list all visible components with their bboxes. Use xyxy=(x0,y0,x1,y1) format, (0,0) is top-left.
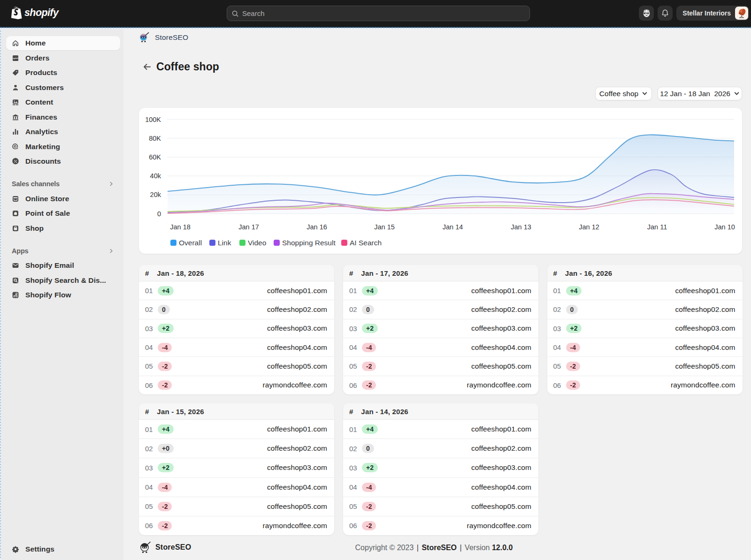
svg-text:Jan 16: Jan 16 xyxy=(307,223,327,231)
svg-text:Jan 12: Jan 12 xyxy=(579,223,599,231)
svg-text:Link: Link xyxy=(218,239,231,247)
svg-text:Jan 15: Jan 15 xyxy=(374,223,395,231)
svg-text:80K: 80K xyxy=(149,135,161,142)
svg-text:Jan 13: Jan 13 xyxy=(511,223,531,231)
svg-text:100K: 100K xyxy=(145,116,161,123)
svg-text:Shopping Result: Shopping Result xyxy=(282,239,336,247)
svg-text:0: 0 xyxy=(157,210,161,218)
svg-text:AI Search: AI Search xyxy=(350,239,382,247)
svg-text:Jan 14: Jan 14 xyxy=(443,223,463,231)
svg-text:Jan 18: Jan 18 xyxy=(170,223,191,231)
svg-text:20k: 20k xyxy=(150,191,161,198)
svg-text:Overall: Overall xyxy=(179,239,202,247)
svg-text:Jan 10: Jan 10 xyxy=(714,223,735,231)
svg-text:Jan 17: Jan 17 xyxy=(238,223,259,231)
svg-text:Jan 11: Jan 11 xyxy=(647,223,667,231)
svg-text:60K: 60K xyxy=(149,153,161,161)
svg-text:40k: 40k xyxy=(150,172,161,180)
svg-text:Video: Video xyxy=(248,239,266,247)
